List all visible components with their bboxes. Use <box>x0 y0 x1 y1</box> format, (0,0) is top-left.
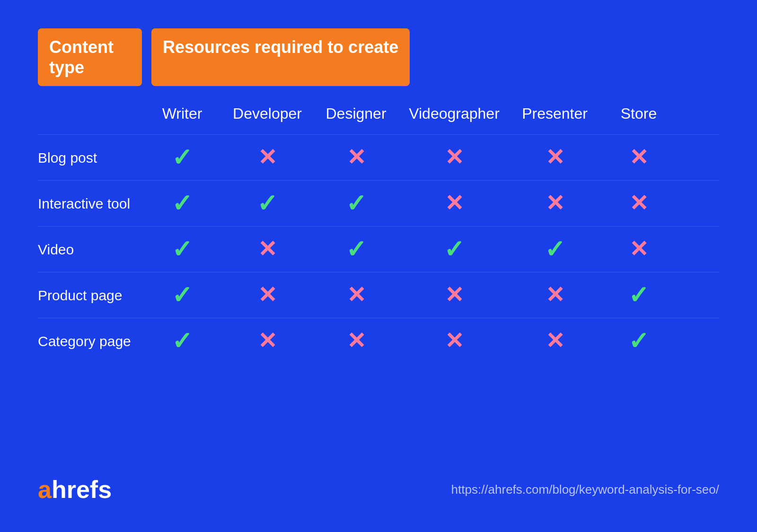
column-headers: Writer Developer Designer Videographer P… <box>38 100 719 127</box>
cell-check: ✓ <box>312 237 400 262</box>
row-label: Video <box>38 240 142 259</box>
table-row: Category page✓✕✕✕✕✓ <box>38 318 719 364</box>
cell-cross: ✕ <box>400 284 509 306</box>
row-label: Category page <box>38 332 142 350</box>
check-icon: ✓ <box>346 237 367 262</box>
footer-url: https://ahrefs.com/blog/keyword-analysis… <box>451 482 719 497</box>
cross-icon: ✕ <box>629 238 648 261</box>
table-row: Video✓✕✓✓✓✕ <box>38 226 719 272</box>
cross-icon: ✕ <box>445 146 464 169</box>
cross-icon: ✕ <box>445 192 464 215</box>
cell-check: ✓ <box>601 329 677 353</box>
main-container: Content type Resources required to creat… <box>0 0 757 532</box>
data-rows: Blog post✓✕✕✕✕✕Interactive tool✓✓✓✕✕✕Vid… <box>38 134 719 364</box>
table-wrapper: Content type Resources required to creat… <box>38 28 719 452</box>
col-header-store: Store <box>601 100 677 127</box>
col-header-designer: Designer <box>312 100 400 127</box>
cell-check: ✓ <box>222 191 312 216</box>
cell-cross: ✕ <box>312 330 400 352</box>
cross-icon: ✕ <box>546 146 564 169</box>
cell-check: ✓ <box>312 191 400 216</box>
cell-cross: ✕ <box>222 146 312 169</box>
cell-cross: ✕ <box>509 192 601 215</box>
check-icon: ✓ <box>628 283 649 307</box>
cross-icon: ✕ <box>445 330 464 352</box>
cell-check: ✓ <box>142 283 222 307</box>
cross-icon: ✕ <box>546 192 564 215</box>
cross-icon: ✕ <box>258 238 277 261</box>
cell-check: ✓ <box>509 237 601 262</box>
table-row: Blog post✓✕✕✕✕✕ <box>38 134 719 180</box>
ahrefs-logo: ahrefs <box>38 475 112 504</box>
cross-icon: ✕ <box>258 330 277 352</box>
row-label: Interactive tool <box>38 194 142 213</box>
cell-cross: ✕ <box>312 146 400 169</box>
logo-hrefs: hrefs <box>52 476 112 503</box>
check-icon: ✓ <box>444 237 465 262</box>
cell-cross: ✕ <box>400 192 509 215</box>
col-header-developer: Developer <box>222 100 312 127</box>
cell-cross: ✕ <box>222 330 312 352</box>
content-type-header: Content type <box>38 28 142 86</box>
cross-icon: ✕ <box>258 284 277 306</box>
cross-icon: ✕ <box>258 146 277 169</box>
cell-cross: ✕ <box>509 284 601 306</box>
col-header-videographer: Videographer <box>400 100 509 127</box>
cross-icon: ✕ <box>347 284 366 306</box>
footer: ahrefs https://ahrefs.com/blog/keyword-a… <box>38 461 719 504</box>
check-icon: ✓ <box>172 283 193 307</box>
cell-cross: ✕ <box>222 284 312 306</box>
cell-cross: ✕ <box>601 238 677 261</box>
cross-icon: ✕ <box>546 284 564 306</box>
check-icon: ✓ <box>257 191 278 216</box>
check-icon: ✓ <box>172 237 193 262</box>
header-row: Content type Resources required to creat… <box>38 28 719 86</box>
cell-check: ✓ <box>142 237 222 262</box>
cell-cross: ✕ <box>312 284 400 306</box>
cell-cross: ✕ <box>601 192 677 215</box>
table-row: Product page✓✕✕✕✕✓ <box>38 272 719 318</box>
check-icon: ✓ <box>172 145 193 170</box>
cell-cross: ✕ <box>601 146 677 169</box>
check-icon: ✓ <box>545 237 565 262</box>
cell-cross: ✕ <box>509 146 601 169</box>
col-header-presenter: Presenter <box>509 100 601 127</box>
cell-cross: ✕ <box>400 146 509 169</box>
cell-check: ✓ <box>601 283 677 307</box>
row-label: Product page <box>38 286 142 305</box>
check-icon: ✓ <box>172 329 193 353</box>
cross-icon: ✕ <box>629 146 648 169</box>
cell-cross: ✕ <box>222 238 312 261</box>
cross-icon: ✕ <box>629 192 648 215</box>
cross-icon: ✕ <box>445 284 464 306</box>
check-icon: ✓ <box>346 191 367 216</box>
check-icon: ✓ <box>628 329 649 353</box>
table-row: Interactive tool✓✓✓✕✕✕ <box>38 180 719 226</box>
resources-header: Resources required to create <box>151 28 410 86</box>
check-icon: ✓ <box>172 191 193 216</box>
cross-icon: ✕ <box>347 146 366 169</box>
cell-check: ✓ <box>400 237 509 262</box>
col-header-writer: Writer <box>142 100 222 127</box>
cell-cross: ✕ <box>400 330 509 352</box>
cell-cross: ✕ <box>509 330 601 352</box>
cross-icon: ✕ <box>546 330 564 352</box>
cell-check: ✓ <box>142 191 222 216</box>
cross-icon: ✕ <box>347 330 366 352</box>
logo-a: a <box>38 476 52 503</box>
col-header-empty <box>38 100 142 127</box>
cell-check: ✓ <box>142 329 222 353</box>
cell-check: ✓ <box>142 145 222 170</box>
row-label: Blog post <box>38 148 142 167</box>
